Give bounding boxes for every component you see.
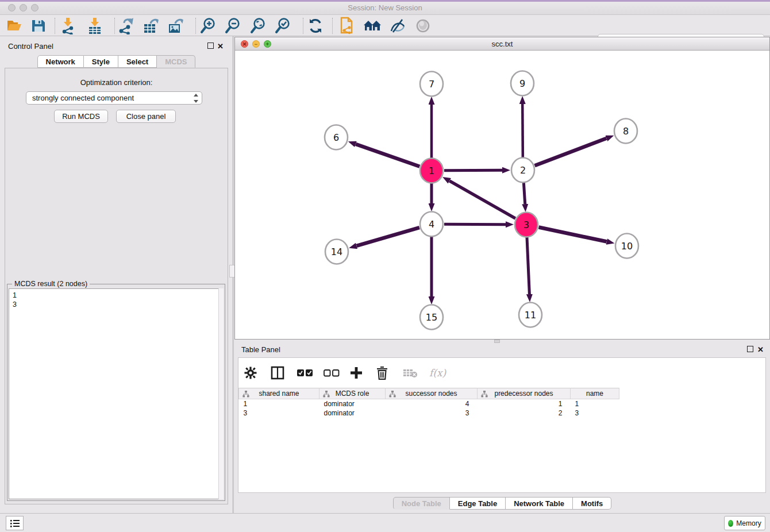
float-table-panel-icon[interactable] [747, 345, 753, 354]
zoom-in-icon[interactable] [198, 17, 218, 35]
close-panel-button[interactable]: Close panel [116, 110, 176, 123]
graph-node-label: 3 [523, 219, 529, 230]
go-home-icon[interactable] [363, 17, 382, 35]
col-successor-nodes[interactable]: successor nodes [386, 388, 478, 399]
dropdown-stepper-icon [192, 94, 199, 103]
result-scrollbar[interactable] [218, 288, 224, 499]
title-bar: Session: New Session [0, 0, 770, 15]
node-table: shared name MCDS role successor nodes pr… [238, 388, 619, 418]
graph-node-label: 11 [525, 310, 536, 321]
graph-node-label: 15 [426, 312, 437, 323]
toolbar-separator [303, 18, 303, 34]
mcds-result-group: MCDS result (2 nodes) 1 3 [7, 284, 225, 501]
list-icon [10, 519, 20, 527]
close-panel-icon[interactable]: ✕ [217, 42, 224, 51]
refresh-layout-icon[interactable] [306, 17, 325, 35]
graph-node-label: 6 [333, 132, 339, 143]
close-table-panel-icon[interactable]: ✕ [757, 345, 764, 354]
col-mcds-role[interactable]: MCDS role [319, 388, 386, 399]
toolbar-separator [55, 18, 55, 34]
tab-mcds[interactable]: MCDS [157, 55, 195, 68]
zoom-out-icon[interactable] [223, 17, 242, 35]
graph-node-label: 10 [621, 241, 633, 252]
edge-1-6[interactable] [356, 144, 419, 167]
import-network-icon[interactable] [58, 17, 78, 35]
clone-network-icon[interactable] [337, 17, 357, 35]
toolbar-separator [114, 18, 115, 34]
edge-3-11[interactable] [527, 237, 529, 294]
window-accent-strip [0, 0, 770, 2]
float-panel-icon[interactable] [207, 42, 214, 51]
network-window-titlebar[interactable]: ✕ − + scc.txt [235, 37, 769, 51]
open-file-icon[interactable] [5, 17, 24, 35]
function-builder-icon[interactable]: f(x) [429, 367, 444, 379]
application-window: Session: New Session [0, 0, 770, 532]
hide-details-icon[interactable] [388, 17, 407, 35]
memory-label: Memory [736, 519, 761, 527]
col-predecessor-nodes[interactable]: predecessor nodes [478, 388, 571, 399]
control-panel: Control Panel ✕ Network Style Select MCD… [0, 36, 233, 513]
select-all-icon[interactable] [297, 369, 312, 377]
toolbar-separator [332, 18, 333, 34]
export-table-icon[interactable] [141, 17, 161, 35]
criterion-value: strongly connected component [32, 94, 134, 102]
tab-motifs[interactable]: Motifs [573, 497, 611, 510]
import-table-icon[interactable] [85, 17, 105, 35]
control-panel-title: Control Panel [8, 42, 53, 51]
table-card: f(x) shared name MCDS role successor nod… [238, 357, 766, 493]
graph-node-label: 9 [519, 78, 525, 89]
graph-node-label: 14 [331, 246, 342, 257]
mcds-result-textarea[interactable]: 1 3 [9, 288, 224, 499]
col-shared-name[interactable]: shared name [239, 388, 319, 399]
tab-node-table[interactable]: Node Table [393, 497, 450, 510]
tab-network-table[interactable]: Network Table [506, 497, 573, 510]
zoom-fit-icon[interactable] [248, 17, 268, 35]
optimization-criterion-label: Optimization criterion: [0, 78, 233, 87]
table-panel: Table Panel ✕ [234, 343, 770, 513]
hierarchy-icon [389, 391, 396, 398]
show-panel-list-button[interactable] [6, 516, 24, 530]
edge-3-10[interactable] [539, 228, 607, 242]
network-graph[interactable]: 1234678910111415 [235, 51, 769, 339]
mcds-result-title: MCDS result (2 nodes) [12, 280, 90, 288]
tab-network[interactable]: Network [37, 55, 84, 68]
export-network-icon[interactable] [116, 17, 136, 35]
hierarchy-icon [242, 391, 249, 398]
network-canvas[interactable]: 1234678910111415 [235, 51, 769, 339]
birdseye-view-icon[interactable] [413, 17, 433, 35]
graph-node-label: 7 [429, 79, 434, 90]
graph-node-label: 1 [429, 165, 434, 176]
graph-node-label: 8 [623, 126, 629, 137]
table-row[interactable]: 3 dominator 3 2 3 [239, 408, 619, 418]
column-layout-icon[interactable] [271, 366, 286, 380]
toolbar-separator [195, 18, 196, 34]
edge-4-14[interactable] [357, 228, 419, 246]
tab-style[interactable]: Style [84, 55, 118, 68]
network-view-window: ✕ − + scc.txt 1234678910111415 [234, 37, 770, 340]
table-header-row: shared name MCDS role successor nodes pr… [239, 388, 619, 399]
edge-1-2[interactable] [444, 170, 502, 171]
table-row[interactable]: 1 dominator 4 1 1 [239, 399, 619, 408]
tab-select[interactable]: Select [118, 55, 157, 68]
graph-node-label: 2 [520, 165, 526, 176]
run-mcds-button[interactable]: Run MCDS [54, 110, 108, 123]
deselect-all-icon[interactable] [324, 369, 338, 377]
delete-column-icon[interactable] [376, 367, 391, 380]
delete-table-icon[interactable] [403, 368, 418, 378]
edge-2-8[interactable] [535, 138, 607, 165]
col-name[interactable]: name [571, 388, 619, 399]
export-image-icon[interactable] [166, 17, 186, 35]
edge-3-1[interactable] [449, 181, 515, 218]
zoom-selected-icon[interactable] [273, 17, 292, 35]
network-window-title: scc.txt [235, 40, 769, 48]
save-session-icon[interactable] [29, 17, 48, 35]
edge-4-3[interactable] [444, 224, 506, 225]
add-column-icon[interactable] [350, 367, 365, 379]
memory-status-icon [728, 520, 733, 527]
edge-2-9[interactable] [522, 104, 523, 157]
memory-button[interactable]: Memory [724, 516, 765, 530]
tab-edge-table[interactable]: Edge Table [450, 497, 506, 510]
criterion-dropdown[interactable]: strongly connected component [26, 91, 202, 105]
edge-2-3[interactable] [523, 183, 525, 204]
settings-gear-icon[interactable] [244, 367, 259, 379]
